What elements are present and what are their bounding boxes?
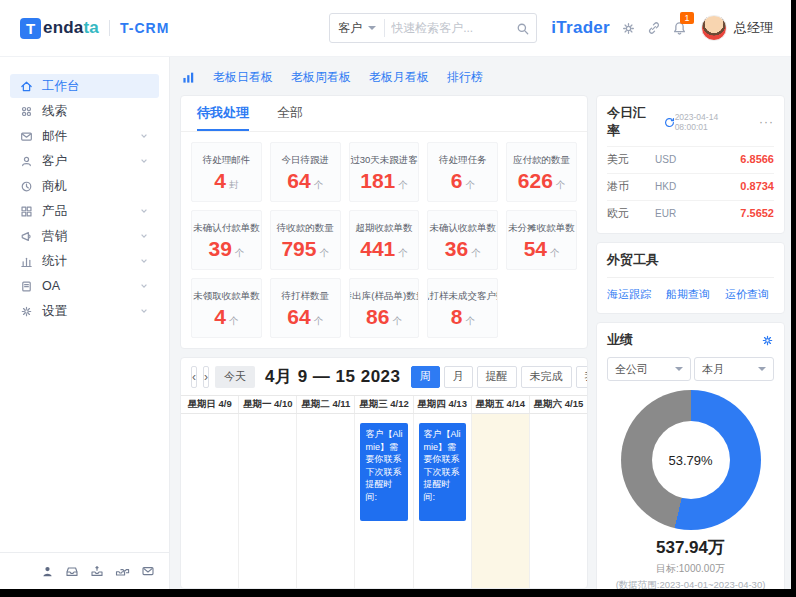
stat-card-label: 未确认付款单数	[193, 222, 260, 235]
sidebar-item-products[interactable]: 产品	[10, 199, 159, 223]
tendata-logo: T endata	[20, 18, 99, 39]
search-input[interactable]	[385, 21, 509, 35]
sidebar-item-settings[interactable]: 设置	[10, 299, 159, 323]
dash-link-1[interactable]: 老板周看板	[291, 69, 351, 86]
product-name: T-CRM	[120, 20, 169, 36]
performance-donut: 53.79%	[621, 390, 761, 530]
chevron-down-icon	[675, 367, 683, 375]
chevron-down-icon	[758, 367, 766, 375]
calendar-event[interactable]: 客户【Alimie】需要你联系 下次联系提醒时间:	[360, 423, 407, 521]
link-icon[interactable]	[647, 21, 661, 35]
calendar-next-button[interactable]: ›	[203, 366, 209, 388]
calendar-view-1[interactable]: 月	[444, 366, 473, 388]
sidebar-item-label: OA	[42, 279, 60, 293]
stat-card-unit: 个	[319, 247, 329, 258]
currency-rate: 7.5652	[740, 207, 774, 219]
calendar-event[interactable]: 客户【Alimie】需要你联系 下次联系提醒时间:	[419, 423, 466, 521]
tab-pending-mine[interactable]: 待我处理	[197, 96, 249, 131]
calendar-today-button[interactable]: 今天	[215, 366, 255, 388]
tab-all[interactable]: 全部	[277, 96, 303, 131]
stat-card[interactable]: 未领取收款单数4个	[191, 278, 262, 338]
stat-card-unit: 个	[314, 179, 324, 190]
calendar-day-headers: 星期日 4/9星期一 4/10星期二 4/11星期三 4/12星期四 4/13星…	[181, 395, 587, 414]
stat-card-unit: 个	[465, 315, 475, 326]
chevron-down-icon	[368, 26, 376, 34]
trade-tool-link-2[interactable]: 运价查询	[725, 287, 769, 302]
calendar-day-column[interactable]	[239, 414, 297, 588]
search-category-select[interactable]: 客户	[330, 20, 384, 37]
stat-card[interactable]: 应付款的数量626个	[506, 142, 577, 202]
currency-rate: 0.8734	[740, 180, 774, 192]
trade-tool-link-0[interactable]: 海运跟踪	[607, 287, 651, 302]
calendar-view-2[interactable]: 提醒	[477, 366, 517, 388]
performance-filters: 全公司 本月	[607, 357, 774, 381]
refresh-icon[interactable]	[664, 117, 675, 128]
stat-card[interactable]: 待处理任务6个	[427, 142, 498, 202]
calendar-week-grid: 客户【Alimie】需要你联系 下次联系提醒时间:客户【Alimie】需要你联系…	[181, 414, 587, 588]
trade-tool-link-1[interactable]: 船期查询	[666, 287, 710, 302]
service-gear-icon[interactable]	[621, 21, 636, 36]
calendar-day-column[interactable]	[472, 414, 530, 588]
stat-card[interactable]: 待打样数量64个	[270, 278, 341, 338]
archive-trays-icon[interactable]	[115, 564, 130, 578]
scope-select[interactable]: 全公司	[607, 357, 691, 381]
user-role: 总经理	[734, 19, 773, 37]
sidebar-item-marketing[interactable]: 营销	[10, 224, 159, 248]
stat-card[interactable]: 超过30天未跟进客户181个	[349, 142, 420, 202]
dash-link-3[interactable]: 排行榜	[447, 69, 483, 86]
period-select[interactable]: 本月	[694, 357, 774, 381]
sidebar-item-statistics[interactable]: 统计	[10, 249, 159, 273]
stat-card[interactable]: 未分摊收款单数54个	[506, 210, 577, 270]
calendar-view-4[interactable]: 我指派的	[576, 366, 587, 388]
sidebar-item-oa[interactable]: OA	[10, 274, 159, 298]
sidebar-item-opportunities[interactable]: 商机	[10, 174, 159, 198]
gear-icon[interactable]	[761, 334, 774, 347]
exchange-rate-row: 美元USD6.8566	[607, 146, 774, 171]
calendar-day-header: 星期四 4/13	[414, 396, 472, 413]
stat-card-label: 待打样数量	[281, 290, 329, 303]
sidebar-item-mail[interactable]: 邮件	[10, 124, 159, 148]
stat-card-value: 181个	[360, 170, 408, 191]
sidebar-menu: 工作台线索邮件客户商机产品营销统计OA设置	[0, 74, 169, 323]
calendar-prev-button[interactable]: ‹	[191, 366, 197, 388]
avatar[interactable]	[701, 15, 727, 41]
trade-tools-links: 海运跟踪船期查询运价查询	[607, 287, 774, 305]
stat-card[interactable]: 待出库(样品单)数量86个	[349, 278, 420, 338]
sidebar-item-label: 统计	[42, 253, 67, 270]
bell-icon[interactable]: 1	[672, 21, 687, 36]
itrader-brand[interactable]: iTrader	[551, 18, 610, 38]
sidebar-item-leads[interactable]: 线索	[10, 99, 159, 123]
dash-link-0[interactable]: 老板日看板	[213, 69, 273, 86]
sidebar-item-workbench[interactable]: 工作台	[10, 74, 159, 98]
outbox-tray-icon[interactable]	[90, 564, 104, 578]
calendar-view-3[interactable]: 未完成	[521, 366, 572, 388]
stat-card[interactable]: 已打样未成交客户数8个	[427, 278, 498, 338]
calendar-day-column[interactable]	[181, 414, 239, 588]
stat-card[interactable]: 待处理邮件4封	[191, 142, 262, 202]
calendar-day-header: 星期五 4/14	[472, 396, 530, 413]
stat-card[interactable]: 今日待跟进64个	[270, 142, 341, 202]
sidebar-item-customers[interactable]: 客户	[10, 149, 159, 173]
stat-card[interactable]: 未确认付款单数39个	[191, 210, 262, 270]
calendar-day-column[interactable]	[297, 414, 355, 588]
stat-card[interactable]: 待收款的数量795个	[270, 210, 341, 270]
exchange-rate-timestamp: 2023-04-14 08:00:01	[675, 112, 753, 132]
stat-card-label: 待收款的数量	[277, 222, 334, 235]
calendar-day-column[interactable]	[530, 414, 587, 588]
bar-chart-icon	[182, 71, 195, 84]
opportunities-icon	[20, 180, 33, 193]
inbox-tray-icon[interactable]	[65, 564, 79, 578]
user-quick-icon[interactable]	[41, 565, 54, 578]
search-icon[interactable]	[509, 22, 536, 35]
more-menu-icon[interactable]: ···	[759, 119, 774, 125]
calendar-view-0[interactable]: 周	[411, 366, 440, 388]
stat-card[interactable]: 未确认收款单数36个	[427, 210, 498, 270]
oa-icon	[20, 280, 33, 293]
dash-link-2[interactable]: 老板月看板	[369, 69, 429, 86]
stat-card[interactable]: 超期收款单数441个	[349, 210, 420, 270]
sidebar-item-label: 客户	[42, 153, 67, 170]
mail-envelope-icon[interactable]	[141, 564, 155, 578]
stat-card-value: 39个	[208, 238, 244, 259]
calendar-day-column[interactable]: 客户【Alimie】需要你联系 下次联系提醒时间:	[414, 414, 472, 588]
calendar-day-column[interactable]: 客户【Alimie】需要你联系 下次联系提醒时间:	[355, 414, 413, 588]
